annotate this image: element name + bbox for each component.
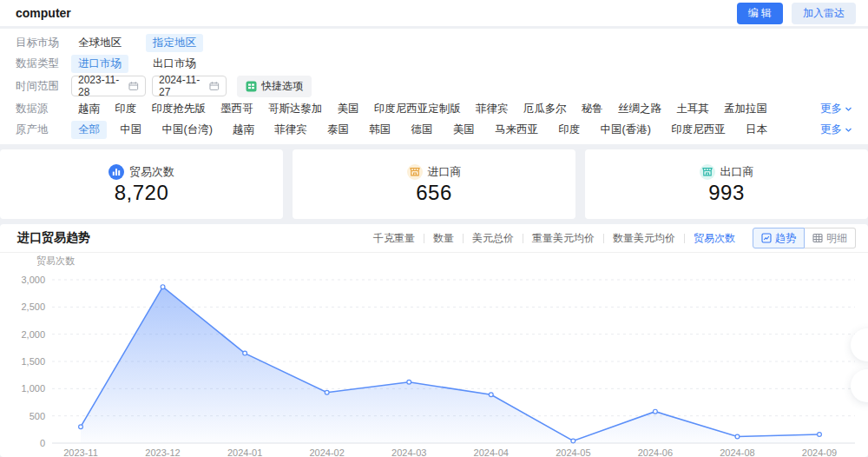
- floating-widget: [851, 328, 868, 410]
- filter-option[interactable]: 孟加拉国: [717, 100, 774, 118]
- filter-option[interactable]: 越南: [71, 100, 107, 118]
- filter-option[interactable]: 土耳其: [669, 100, 716, 118]
- topbar: computer 编 辑 加入雷达: [0, 0, 868, 26]
- trend-line-chart[interactable]: 贸易次数05001,0001,5002,0002,5003,0002023-11…: [0, 253, 868, 457]
- filter-option[interactable]: 全球地区: [71, 34, 128, 52]
- filter-option[interactable]: 全部: [71, 121, 107, 139]
- filter-option[interactable]: 印度尼西亚定制版: [367, 100, 468, 118]
- end-date-input[interactable]: 2024-11-27: [152, 76, 227, 96]
- filter-option[interactable]: 印度: [108, 100, 143, 118]
- filter-option[interactable]: 马来西亚: [488, 121, 545, 139]
- filter-option[interactable]: 指定地区: [146, 34, 203, 52]
- filter-row-data-type: 数据类型 进口市场出口市场: [16, 55, 852, 73]
- metric-tab[interactable]: 美元总价: [464, 231, 523, 246]
- view-buttons: 趋势 明细: [753, 228, 856, 248]
- filter-row-origin: 原产地 全部中国中国(台湾)越南菲律宾泰国韩国德国美国马来西亚印度中国(香港)印…: [16, 121, 852, 139]
- filter-row-date-range: 时间范围 2023-11-28 2024-11-27: [16, 76, 852, 97]
- filter-option[interactable]: 印度尼西亚: [664, 121, 733, 139]
- detail-view-button[interactable]: 明细: [805, 228, 856, 248]
- svg-text:1,000: 1,000: [21, 383, 45, 394]
- stat-label: 贸易次数: [129, 164, 174, 180]
- filter-option[interactable]: 越南: [226, 121, 261, 139]
- more-label: 更多: [820, 123, 842, 137]
- svg-text:2024-04: 2024-04: [474, 447, 509, 457]
- svg-text:2024-06: 2024-06: [638, 447, 673, 457]
- filter-option[interactable]: 印度: [551, 121, 587, 139]
- filter-row-target-market: 目标市场 全球地区指定地区: [16, 34, 852, 52]
- quick-options-button[interactable]: 快捷选项: [237, 76, 312, 97]
- metric-tab[interactable]: 数量: [424, 231, 463, 246]
- exporter-shop-icon: [700, 164, 715, 180]
- filter-option[interactable]: 秘鲁: [575, 100, 610, 118]
- edit-button[interactable]: 编 辑: [737, 3, 783, 24]
- filter-option[interactable]: 日本: [739, 121, 774, 139]
- stat-card-exporters: 出口商 993: [585, 149, 868, 219]
- add-to-radar-button[interactable]: 加入雷达: [792, 3, 856, 24]
- filter-option[interactable]: 出口市场: [146, 55, 203, 73]
- filter-option[interactable]: 印度抢先版: [144, 100, 213, 118]
- filter-option[interactable]: 厄瓜多尔: [516, 100, 574, 118]
- svg-text:2,000: 2,000: [21, 329, 45, 340]
- filter-option[interactable]: 德国: [404, 121, 440, 139]
- filter-option[interactable]: 美国: [331, 100, 366, 118]
- stat-card-importers: 进口商 656: [293, 149, 575, 219]
- svg-text:2024-05: 2024-05: [556, 447, 590, 457]
- more-label: 更多: [820, 102, 842, 116]
- metric-tab[interactable]: 数量美元均价: [604, 231, 684, 246]
- filter-label: 时间范围: [16, 79, 71, 94]
- filter-row-data-source: 数据源 越南印度印度抢先版墨西哥哥斯达黎加美国印度尼西亚定制版菲律宾厄瓜多尔秘鲁…: [16, 100, 852, 118]
- floating-button[interactable]: [851, 369, 868, 402]
- filter-option[interactable]: 菲律宾: [469, 100, 516, 118]
- trend-view-button[interactable]: 趋势: [753, 228, 805, 248]
- filter-option[interactable]: 泰国: [320, 121, 356, 139]
- floating-button[interactable]: [851, 328, 868, 361]
- stat-card-header: 进口商: [407, 164, 462, 180]
- quick-options-icon: [246, 81, 257, 92]
- filter-option[interactable]: 中国(香港): [594, 121, 658, 139]
- svg-text:2023-11: 2023-11: [63, 447, 98, 457]
- filter-option[interactable]: 菲律宾: [267, 121, 314, 139]
- filter-options: 全部中国中国(台湾)越南菲律宾泰国韩国德国美国马来西亚印度中国(香港)印度尼西亚…: [71, 121, 774, 139]
- filter-option[interactable]: 进口市场: [71, 55, 128, 73]
- stat-value: 993: [708, 181, 745, 205]
- page-title: computer: [16, 6, 71, 20]
- stat-label: 出口商: [720, 164, 754, 180]
- filter-option[interactable]: 墨西哥: [214, 100, 260, 118]
- origin-more-link[interactable]: 更多: [820, 123, 852, 137]
- stat-value: 656: [416, 181, 452, 205]
- stat-card-header: 贸易次数: [108, 164, 174, 180]
- svg-text:2,500: 2,500: [21, 301, 45, 312]
- svg-text:2024-02: 2024-02: [309, 447, 344, 457]
- svg-text:2024-01: 2024-01: [227, 447, 262, 457]
- end-date-value: 2024-11-27: [159, 74, 209, 98]
- quick-options-label: 快捷选项: [261, 79, 303, 94]
- filter-option[interactable]: 中国(台湾): [155, 121, 220, 139]
- filter-label: 数据类型: [16, 56, 71, 71]
- filter-option[interactable]: 哥斯达黎加: [261, 100, 330, 118]
- filter-option[interactable]: 韩国: [362, 121, 398, 139]
- filter-panel: 目标市场 全球地区指定地区 数据类型 进口市场出口市场 时间范围 2023-11…: [0, 29, 868, 144]
- svg-text:500: 500: [30, 411, 45, 421]
- filter-option[interactable]: 美国: [446, 121, 482, 139]
- svg-text:2024-03: 2024-03: [391, 447, 426, 457]
- calendar-icon: [209, 81, 220, 91]
- chart-tools: 千克重量数量美元总价重量美元均价数量美元均价贸易次数 趋势: [365, 228, 856, 248]
- importer-shop-icon: [407, 164, 423, 180]
- filter-label: 目标市场: [16, 36, 71, 50]
- svg-text:贸易次数: 贸易次数: [36, 255, 75, 266]
- metric-tab[interactable]: 重量美元均价: [523, 231, 603, 246]
- svg-text:3,000: 3,000: [21, 275, 45, 285]
- filter-option[interactable]: 中国: [113, 121, 148, 139]
- filter-options: 全球地区指定地区: [71, 34, 203, 52]
- svg-text:1,500: 1,500: [21, 356, 45, 367]
- start-date-input[interactable]: 2023-11-28: [71, 76, 146, 96]
- chevron-down-icon: [845, 126, 852, 134]
- detail-grid-icon: [812, 233, 823, 243]
- data-source-more-link[interactable]: 更多: [820, 102, 852, 116]
- stat-card-trades: 贸易次数 8,720: [0, 149, 283, 219]
- metric-tab[interactable]: 千克重量: [365, 231, 424, 246]
- filter-options: 进口市场出口市场: [71, 55, 203, 73]
- svg-text:0: 0: [40, 438, 45, 448]
- metric-tab[interactable]: 贸易次数: [685, 231, 744, 246]
- filter-option[interactable]: 丝绸之路: [611, 100, 668, 118]
